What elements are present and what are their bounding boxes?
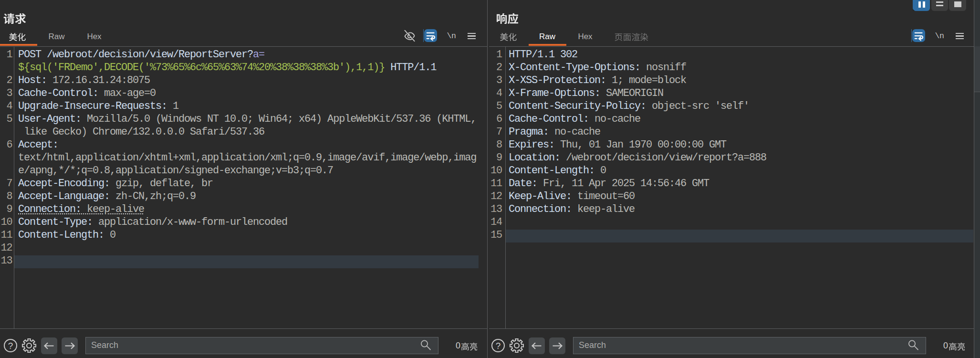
- svg-text:?: ?: [496, 341, 501, 351]
- svg-text:?: ?: [8, 341, 13, 351]
